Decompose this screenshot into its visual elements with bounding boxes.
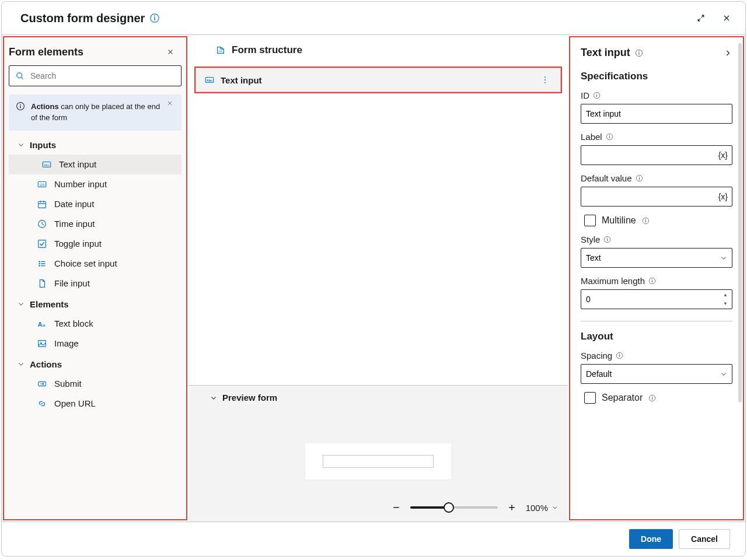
info-icon[interactable] [616, 352, 623, 359]
element-item-choice-set-input[interactable]: Choice set input [4, 254, 186, 274]
element-item-image[interactable]: Image [4, 334, 186, 354]
element-item-label: Toggle input [54, 239, 102, 249]
file-icon [37, 278, 47, 289]
preview-text-input[interactable] [323, 455, 434, 468]
element-item-label: Text input [59, 159, 96, 169]
element-item-label: Open URL [54, 398, 96, 408]
close-button[interactable] [720, 11, 734, 25]
number-123-icon [37, 179, 47, 190]
close-panel-button[interactable] [164, 46, 177, 58]
chevron-down-icon [17, 141, 25, 149]
info-icon[interactable] [635, 49, 643, 57]
expand-button[interactable] [694, 11, 708, 25]
maxlen-input-wrap: ▲ ▼ [581, 289, 732, 309]
element-item-time-input[interactable]: Time input [4, 214, 186, 234]
chevron-down-icon [210, 394, 218, 402]
search-input[interactable] [29, 71, 175, 81]
default-value-label: Default value [581, 173, 732, 183]
label-input[interactable] [581, 145, 732, 165]
properties-title-row: Text input [581, 47, 732, 59]
spinner-up[interactable]: ▲ [720, 290, 731, 299]
cancel-button[interactable]: Cancel [679, 529, 730, 549]
done-button[interactable]: Done [629, 529, 673, 549]
search-box[interactable] [9, 65, 181, 86]
link-icon [37, 398, 47, 409]
content: Form elements Actions can only be placed… [2, 35, 745, 522]
form-elements-header: Form elements [4, 37, 186, 63]
element-item-date-input[interactable]: Date input [4, 194, 186, 214]
dialog-title: Custom form designer [20, 12, 145, 25]
category-inputs[interactable]: Inputs [4, 134, 186, 155]
element-item-label: Date input [54, 199, 94, 209]
spinner-down[interactable]: ▼ [720, 299, 731, 308]
element-item-text-block[interactable]: Text block [4, 314, 186, 334]
element-item-open-url[interactable]: Open URL [4, 394, 186, 414]
separator-checkbox[interactable] [584, 392, 596, 404]
style-select-value[interactable] [581, 248, 732, 268]
multiline-checkbox[interactable] [584, 215, 596, 226]
checkbox-icon [37, 239, 47, 249]
id-input[interactable] [581, 104, 732, 124]
element-item-toggle-input[interactable]: Toggle input [4, 234, 186, 254]
info-icon[interactable] [636, 174, 643, 182]
search-icon [15, 71, 25, 80]
separator-label: Separator [602, 393, 643, 403]
zoom-slider[interactable] [410, 506, 498, 509]
zoom-in-button[interactable] [505, 501, 519, 514]
separator-checkbox-row[interactable]: Separator [584, 392, 732, 404]
image-icon [37, 338, 47, 349]
category-actions[interactable]: Actions [4, 354, 186, 374]
form-structure-title: Form structure [232, 44, 302, 56]
element-item-label: Image [54, 338, 79, 348]
element-item-label: Text block [54, 318, 93, 328]
chevron-down-icon [720, 248, 728, 268]
info-icon[interactable] [149, 13, 160, 23]
middle-panel: Form structure Text input Preview form [189, 35, 568, 522]
dialog-window: Custom form designer Form elements Actio… [1, 1, 746, 556]
element-item-label: File input [54, 278, 90, 288]
element-item-number-input[interactable]: Number input [4, 174, 186, 194]
info-banner-dismiss[interactable] [163, 99, 177, 107]
form-structure-icon [215, 45, 226, 55]
chevron-down-icon [17, 300, 25, 308]
variable-picker-button[interactable]: {x} [718, 145, 728, 165]
info-icon[interactable] [648, 394, 656, 402]
zoom-dropdown[interactable]: 100% [526, 503, 558, 513]
collapse-properties-button[interactable] [723, 48, 732, 58]
default-value-input[interactable] [581, 187, 732, 206]
element-item-label: Time input [54, 219, 95, 229]
info-banner-text: Actions can only be placed at the end of… [31, 102, 165, 124]
title-bar: Custom form designer [2, 2, 745, 35]
element-item-file-input[interactable]: File input [4, 274, 186, 293]
label-field-label: Label [581, 132, 732, 142]
zoom-out-button[interactable] [389, 501, 403, 514]
variable-picker-button[interactable]: {x} [718, 187, 728, 206]
form-structure-header: Form structure [189, 35, 568, 62]
info-icon[interactable] [642, 217, 650, 225]
zoom-value: 100% [526, 503, 548, 513]
form-elements-title: Form elements [9, 46, 83, 58]
spacing-select[interactable] [581, 364, 732, 384]
info-icon[interactable] [593, 92, 601, 99]
category-elements[interactable]: Elements [4, 293, 186, 314]
preview-pane: Preview form 100% [189, 385, 568, 522]
section-layout: Layout [581, 331, 732, 342]
preview-title: Preview form [222, 393, 277, 402]
element-item-text-input[interactable]: Text input [9, 155, 181, 174]
info-icon[interactable] [606, 133, 613, 141]
structure-item-more[interactable] [538, 73, 552, 87]
spacing-select-value[interactable] [581, 364, 732, 384]
maxlen-label: Maximum length [581, 276, 732, 286]
id-field-label: ID [581, 90, 732, 100]
info-icon[interactable] [603, 236, 611, 243]
multiline-checkbox-row[interactable]: Multiline [584, 215, 732, 226]
style-select[interactable] [581, 248, 732, 268]
maxlen-input[interactable] [581, 289, 732, 309]
info-icon[interactable] [648, 277, 656, 285]
element-item-submit[interactable]: Submit [4, 374, 186, 394]
preview-header[interactable]: Preview form [210, 393, 558, 402]
search-wrap [4, 63, 186, 91]
divider [581, 321, 732, 321]
structure-item-text-input[interactable]: Text input [196, 68, 561, 92]
spacing-label: Spacing [581, 351, 732, 360]
